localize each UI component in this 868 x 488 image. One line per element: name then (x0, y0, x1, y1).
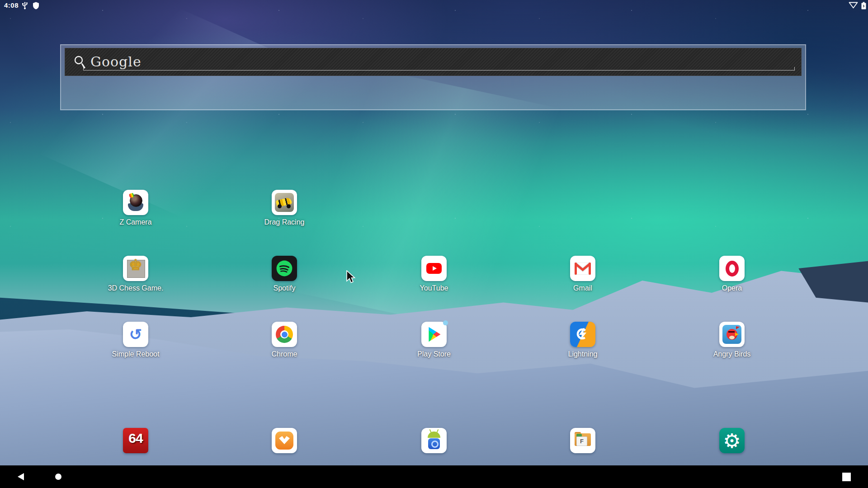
app-label: Angry Birds (713, 350, 751, 358)
play-store-icon (421, 322, 447, 347)
wifi-icon (849, 2, 858, 9)
youtube-icon (421, 256, 447, 281)
app-label: Spotify (274, 284, 296, 292)
angry-birds-icon (719, 322, 745, 347)
opera-icon (719, 256, 745, 281)
app-label: YouTube (420, 284, 448, 292)
app-spotify[interactable]: Spotify (248, 256, 321, 292)
app-label: Lightning (568, 350, 598, 358)
search-input-underline (83, 67, 795, 70)
app-settings[interactable]: ⚙ (696, 428, 768, 453)
app-angry-birds[interactable]: Angry Birds (696, 322, 768, 358)
app-play-store[interactable]: Play Store (398, 322, 470, 358)
spotify-icon (272, 256, 297, 281)
app-android-robot[interactable] (398, 428, 470, 453)
chess-icon: ♚ (123, 256, 148, 281)
app-label: Simple Reboot (112, 350, 160, 358)
google-search-widget: Google (60, 44, 806, 110)
chess-king-glyph: ♚ (123, 256, 148, 273)
aida64-number: 64 (123, 431, 148, 446)
gmail-icon (570, 256, 595, 281)
home-button[interactable] (55, 474, 61, 480)
app-label: Play Store (417, 350, 451, 358)
lightning-icon (570, 322, 595, 347)
battery-charging-icon (861, 2, 866, 9)
google-search-bar[interactable]: Google (65, 48, 802, 76)
settings-icon: ⚙ (719, 428, 745, 453)
file-manager-icon: F (570, 428, 595, 453)
app-simple-reboot[interactable]: ↺ Simple Reboot (99, 322, 172, 358)
app-label: Gmail (573, 284, 592, 292)
app-chrome[interactable]: Chrome (248, 322, 321, 358)
notification-dot (443, 320, 448, 325)
drag-racing-icon (272, 190, 297, 215)
recents-button[interactable] (842, 473, 851, 481)
app-label: 3D Chess Game. (108, 284, 164, 292)
status-bar: 4:08 (0, 0, 868, 11)
gear-glyph: ⚙ (719, 429, 745, 453)
reboot-arrow-glyph: ↺ (123, 323, 148, 346)
app-file-manager[interactable]: F (547, 428, 619, 453)
app-label: Drag Racing (264, 218, 305, 226)
app-drag-racing[interactable]: Drag Racing (248, 190, 321, 226)
chrome-icon (272, 322, 297, 347)
app-opera[interactable]: Opera (696, 256, 768, 292)
app-z-camera[interactable]: Z Camera (99, 190, 172, 226)
usb-icon (22, 2, 28, 9)
app-youtube[interactable]: YouTube (398, 256, 470, 292)
app-lightning[interactable]: Lightning (547, 322, 619, 358)
app-label: Z Camera (119, 218, 151, 226)
clock: 4:08 (4, 1, 19, 9)
app-3d-chess-game[interactable]: ♚ 3D Chess Game. (99, 256, 172, 292)
app-gmail[interactable]: Gmail (547, 256, 619, 292)
android-robot-icon (421, 428, 447, 453)
mouse-cursor (346, 270, 358, 284)
back-button[interactable] (18, 473, 24, 480)
aida64-icon: 64 (123, 428, 148, 453)
app-aptoide[interactable] (248, 428, 321, 453)
file-manager-letter: F (576, 436, 587, 446)
shield-icon (33, 2, 39, 9)
app-label: Opera (722, 284, 742, 292)
z-camera-icon (123, 190, 148, 215)
reboot-icon: ↺ (123, 322, 148, 347)
nav-bar (0, 465, 868, 488)
app-aida64[interactable]: 64 (99, 428, 172, 453)
app-label: Chrome (272, 350, 297, 358)
aptoide-icon (272, 428, 297, 453)
